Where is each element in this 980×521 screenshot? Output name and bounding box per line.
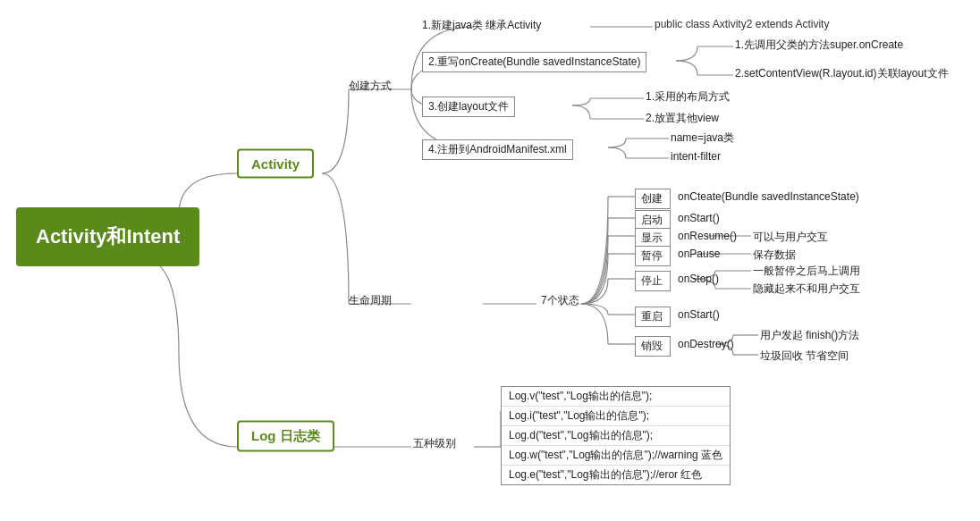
lc-destroy-note2: 垃圾回收 节省空间 <box>760 349 849 364</box>
lc-destroy-note1: 用户发起 finish()方法 <box>760 328 859 343</box>
step4-2-label: intent-filter <box>671 150 721 163</box>
step4-box: 4.注册到AndroidManifest.xml <box>422 139 573 160</box>
lc-destroy: 销毁 <box>635 336 671 357</box>
lc-start-method: onStart() <box>678 212 720 224</box>
step3-2-label: 2.放置其他view <box>646 111 719 126</box>
lc-stop-note1: 一般暂停之后马上调用 <box>753 264 860 279</box>
lc-destroy-method: onDestroy() <box>678 338 734 350</box>
lc-display-note: 可以与用户交互 <box>753 230 828 245</box>
lc-stop-note2: 隐藏起来不和用户交互 <box>753 282 860 297</box>
lc-create: 创建 <box>635 189 671 209</box>
step4-1-label: name=java类 <box>671 130 734 146</box>
log-item-1: Log.i("test","Log输出的信息"); <box>502 407 730 426</box>
log-item-2: Log.d("test","Log输出的信息"); <box>502 426 730 446</box>
step2-1-label: 1.先调用父类的方法super.onCreate <box>735 38 903 53</box>
lc-stop: 停止 <box>635 271 671 291</box>
step3-box: 3.创建layout文件 <box>422 97 515 117</box>
mind-map: Activity和Intent Activity Log 日志类 创建方式 生命… <box>0 0 980 521</box>
lc-pause-note: 保存数据 <box>753 248 796 263</box>
lc-restart: 重启 <box>635 307 671 327</box>
lc-display-method: onResume() <box>678 230 737 242</box>
step2-2-label: 2.setContentView(R.layout.id)关联layout文件 <box>735 66 949 81</box>
lifecycle-label: 生命周期 <box>349 293 392 308</box>
lifecycle-sub: 7个状态 <box>541 293 579 308</box>
log-item-4: Log.e("test","Log输出的信息");//eror 红色 <box>502 466 730 484</box>
activity-node: Activity <box>237 149 314 179</box>
lc-restart-method: onStart() <box>678 308 720 321</box>
root-node: Activity和Intent <box>16 207 199 266</box>
step2-box: 2.重写onCreate(Bundle savedInstanceState) <box>422 52 646 72</box>
lc-create-method: onCteate(Bundle savedInstanceState) <box>678 190 859 203</box>
lc-stop-method: onStop() <box>678 273 719 285</box>
log-item-0: Log.v("test","Log输出的信息"); <box>502 387 730 407</box>
lc-pause: 暂停 <box>635 246 671 266</box>
step3-1-label: 1.采用的布局方式 <box>646 89 730 105</box>
log-node: Log 日志类 <box>237 421 334 452</box>
lc-pause-method: onPause <box>678 248 720 260</box>
step1-label: 1.新建java类 继承Activity <box>422 18 541 33</box>
step1-detail: public class Axtivity2 extends Activity <box>655 18 829 30</box>
log-level-label: 五种级别 <box>413 436 456 451</box>
log-item-3: Log.w("test","Log输出的信息");//warning 蓝色 <box>502 446 730 466</box>
create-label: 创建方式 <box>349 79 392 94</box>
